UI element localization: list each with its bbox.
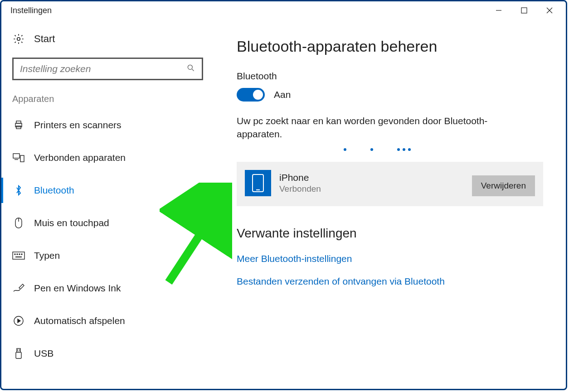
autoplay-icon (12, 315, 25, 326)
minimize-button[interactable] (486, 1, 511, 19)
related-settings-title: Verwante instellingen (237, 226, 543, 241)
device-card[interactable]: iPhone Verbonden Verwijderen (237, 162, 543, 206)
phone-icon (245, 170, 271, 196)
device-status: Verbonden (279, 184, 321, 194)
start-label: Start (34, 33, 55, 45)
bluetooth-toggle[interactable] (237, 88, 265, 102)
sidebar-item-autoplay[interactable]: Automatisch afspelen (1, 305, 214, 337)
svg-rect-24 (16, 352, 21, 358)
svg-rect-15 (13, 252, 24, 259)
maximize-button[interactable] (511, 1, 537, 19)
svg-point-18 (19, 254, 20, 255)
svg-point-5 (188, 65, 192, 69)
section-header: Apparaten (1, 80, 214, 109)
settings-window: Instellingen Start (0, 0, 567, 390)
sidebar-item-pen[interactable]: Pen en Windows Ink (1, 272, 214, 305)
printer-icon (12, 120, 25, 131)
toggle-row: Aan (237, 88, 543, 102)
window-body: Start Apparaten Printers en scanners (1, 19, 566, 389)
keyboard-icon (12, 252, 25, 260)
sidebar-item-label: Typen (34, 250, 60, 261)
page-title: Bluetooth-apparaten beheren (237, 38, 543, 55)
svg-rect-1 (521, 8, 527, 13)
svg-rect-10 (13, 154, 19, 158)
svg-point-4 (17, 38, 20, 41)
sidebar-item-label: Muis en touchpad (34, 218, 109, 228)
svg-line-6 (192, 69, 194, 71)
titlebar: Instellingen (1, 1, 566, 19)
link-send-receive-files[interactable]: Bestanden verzenden of ontvangen via Blu… (237, 276, 543, 287)
sidebar-item-usb[interactable]: USB (1, 337, 214, 370)
sidebar: Start Apparaten Printers en scanners (1, 19, 214, 389)
link-more-bluetooth-settings[interactable]: Meer Bluetooth-instellingen (237, 253, 543, 264)
svg-point-17 (17, 254, 18, 255)
sidebar-item-label: USB (34, 348, 53, 359)
sidebar-item-label: Pen en Windows Ink (34, 283, 121, 294)
devices-icon (12, 153, 25, 163)
sidebar-item-printers[interactable]: Printers en scanners (1, 109, 214, 141)
search-box[interactable] (12, 58, 203, 80)
svg-rect-27 (253, 174, 263, 192)
svg-marker-22 (18, 319, 20, 323)
svg-rect-23 (17, 348, 20, 352)
gear-icon (12, 33, 25, 45)
pen-icon (12, 283, 25, 293)
svg-point-16 (15, 254, 15, 255)
sidebar-item-label: Automatisch afspelen (34, 315, 125, 326)
maximize-icon (521, 7, 527, 14)
svg-rect-9 (16, 126, 21, 129)
main-panel: Bluetooth-apparaten beheren Bluetooth Aa… (214, 19, 566, 389)
svg-rect-8 (16, 121, 21, 123)
search-icon (186, 63, 195, 74)
window-controls (486, 1, 562, 19)
discovery-status-text: Uw pc zoekt naar en kan worden gevonden … (237, 114, 518, 141)
bluetooth-icon (12, 185, 25, 196)
start-button[interactable]: Start (1, 29, 214, 49)
sidebar-item-typing[interactable]: Typen (1, 239, 214, 272)
usb-icon (12, 348, 25, 359)
sidebar-item-label: Bluetooth (34, 185, 74, 196)
search-wrap (1, 49, 214, 80)
close-button[interactable] (537, 1, 562, 19)
window-title: Instellingen (10, 6, 52, 15)
toggle-state-label: Aan (274, 89, 291, 100)
close-icon (546, 7, 553, 14)
minimize-icon (495, 7, 502, 14)
svg-point-19 (21, 254, 22, 255)
sidebar-item-connected-devices[interactable]: Verbonden apparaten (1, 141, 214, 174)
svg-rect-11 (20, 155, 24, 162)
sidebar-item-bluetooth[interactable]: Bluetooth (1, 174, 214, 207)
remove-device-button[interactable]: Verwijderen (472, 175, 535, 196)
progress-dots (300, 145, 454, 153)
mouse-icon (12, 217, 25, 229)
search-input[interactable] (20, 63, 186, 74)
sidebar-item-mouse[interactable]: Muis en touchpad (1, 207, 214, 239)
sidebar-item-label: Printers en scanners (34, 120, 122, 131)
device-name: iPhone (279, 172, 321, 183)
sidebar-item-label: Verbonden apparaten (34, 152, 126, 163)
toggle-section-label: Bluetooth (237, 71, 543, 82)
